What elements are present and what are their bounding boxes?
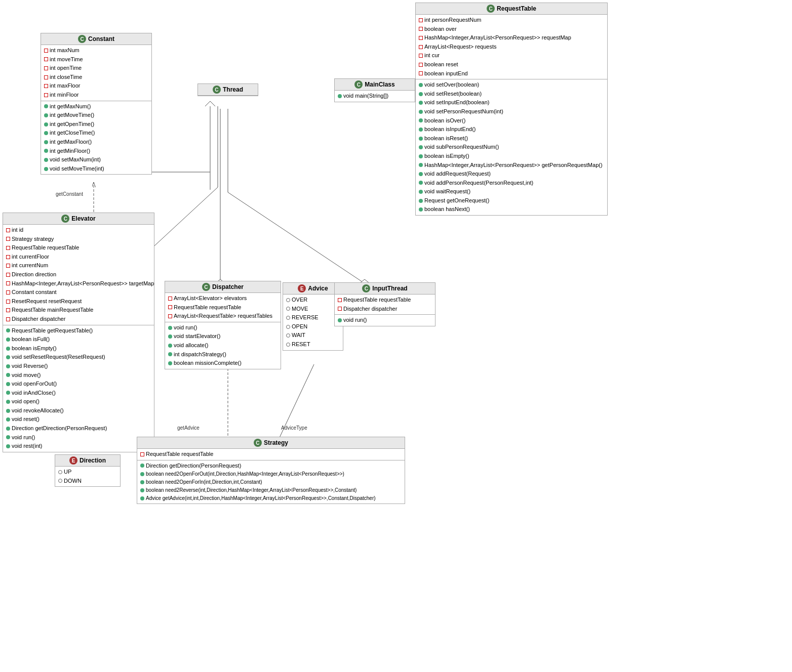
- field-row: int minFloor: [44, 91, 148, 100]
- thread-header: C Thread: [198, 84, 258, 96]
- constant-badge: C: [78, 35, 86, 43]
- mainclass-header: C MainClass: [335, 79, 415, 91]
- dispatcher-class: C Dispatcher ArrayList<Elevator> elevato…: [165, 281, 281, 369]
- thread-class: C Thread: [197, 83, 258, 96]
- svg-line-12: [228, 192, 365, 283]
- label-getConstant: getConstant: [56, 191, 83, 197]
- constant-methods: int getMaxNum() int getMoveTime() int ge…: [41, 101, 151, 175]
- requesttable-header: C RequestTable: [416, 3, 607, 15]
- field-row: int maxNum: [44, 46, 148, 55]
- field-row: int closeTime: [44, 73, 148, 82]
- inputthread-header: C InputThread: [335, 283, 435, 295]
- direction-header: E Direction: [55, 455, 120, 467]
- constant-fields: int maxNum int moveTime int openTime int…: [41, 45, 151, 101]
- elevator-header: C Elevator: [3, 213, 154, 225]
- constant-header: C Constant: [41, 33, 151, 45]
- inputthread-class: C InputThread RequestTable requestTable …: [334, 282, 435, 326]
- label-getAdvice: getAdvice: [177, 425, 200, 431]
- direction-class: E Direction UP DOWN: [55, 454, 121, 487]
- field-row: int maxFloor: [44, 81, 148, 91]
- mainclass-class: C MainClass void main(String[]): [334, 78, 415, 102]
- elevator-class: C Elevator int id Strategy strategy Requ…: [3, 213, 154, 452]
- requesttable-class: C RequestTable int personRequestNum bool…: [415, 3, 608, 216]
- strategy-class: C Strategy RequestTable requestTable Dir…: [137, 437, 405, 504]
- strategy-header: C Strategy: [137, 437, 405, 449]
- field-row: int openTime: [44, 64, 148, 73]
- field-row: int moveTime: [44, 55, 148, 64]
- constant-class: C Constant int maxNum int moveTime int o…: [41, 33, 152, 175]
- dispatcher-header: C Dispatcher: [165, 281, 281, 293]
- label-adviceType: AdviceType: [281, 425, 307, 431]
- constant-title: Constant: [88, 35, 114, 43]
